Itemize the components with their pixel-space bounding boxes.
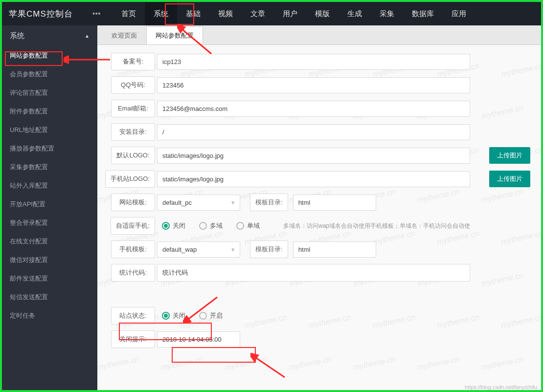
radio-icon — [162, 312, 170, 320]
radio-icon — [236, 222, 244, 230]
select-mobile-template[interactable]: default_wap — [157, 241, 240, 258]
input-stats-code[interactable]: 统计代码 — [157, 264, 470, 282]
sidebar-item-11[interactable]: 微信对接配置 — [2, 251, 97, 269]
sidebar-item-13[interactable]: 短信发送配置 — [2, 288, 97, 306]
radio-icon — [199, 222, 207, 230]
footer-source: https://blog.csdn.net/fanyizhifu — [465, 384, 537, 390]
nav-item-4[interactable]: 文章 — [242, 2, 274, 25]
input-install-dir[interactable]: / — [157, 124, 470, 140]
nav-item-8[interactable]: 采集 — [371, 2, 403, 25]
sidebar-item-3[interactable]: 附件参数配置 — [2, 102, 97, 121]
sidebar-item-4[interactable]: URL地址配置 — [2, 121, 97, 139]
app-brand: 苹果CMS控制台 — [9, 8, 73, 20]
upload-logo-button[interactable]: 上传图片 — [489, 147, 530, 164]
radio-icon — [162, 222, 170, 230]
sidebar-item-10[interactable]: 在线支付配置 — [2, 232, 97, 251]
sidebar-item-7[interactable]: 站外入库配置 — [2, 176, 97, 195]
nav-item-0[interactable]: 首页 — [113, 2, 145, 25]
nav-item-9[interactable]: 数据库 — [403, 2, 443, 25]
label-beian: 备案号: — [111, 53, 155, 70]
nav-item-1[interactable]: 系统 — [145, 2, 177, 25]
radio-mobile-off[interactable]: 关闭 — [162, 221, 185, 230]
input-logo[interactable]: static/images/logo.jpg — [157, 148, 470, 164]
sidebar-item-2[interactable]: 评论留言配置 — [2, 84, 97, 102]
radio-mobile-single[interactable]: 单域 — [236, 221, 260, 230]
nav-item-5[interactable]: 用户 — [274, 2, 306, 25]
label-adaptive-mobile: 自适应手机: — [111, 217, 155, 235]
tab-1[interactable]: 网站参数配置 — [146, 26, 203, 44]
input-beian[interactable]: icp123 — [157, 54, 470, 70]
svg-text:mytheme.cn: mytheme.cn — [97, 354, 139, 372]
input-template-dir[interactable]: html — [293, 195, 376, 211]
upload-mobile-logo-button[interactable]: 上传图片 — [489, 171, 530, 187]
radio-label: 多域 — [210, 221, 223, 230]
radio-label: 关闭 — [173, 221, 185, 230]
chevron-up-icon: ▲ — [85, 33, 90, 39]
svg-text:mytheme.cn: mytheme.cn — [160, 354, 204, 372]
radio-label: 单域 — [247, 221, 260, 230]
radio-label: 关闭 — [173, 311, 185, 320]
label-mobile-template: 手机模板: — [111, 240, 155, 258]
input-qq[interactable]: 123456 — [157, 77, 470, 93]
label-template: 网站模板: — [111, 194, 155, 211]
sidebar-item-6[interactable]: 采集参数配置 — [2, 158, 97, 176]
sidebar-item-9[interactable]: 整合登录配置 — [2, 214, 97, 232]
nav-item-6[interactable]: 模版 — [306, 2, 339, 25]
label-close-msg: 关闭提示: — [111, 330, 155, 348]
sidebar-item-0[interactable]: 网站参数配置 — [2, 46, 97, 65]
input-email[interactable]: 123456@maccms.com — [157, 101, 470, 117]
svg-text:mytheme.cn: mytheme.cn — [288, 354, 332, 372]
radio-mobile-multi[interactable]: 多域 — [199, 221, 223, 230]
sidebar-title: 系统 — [10, 31, 24, 41]
sidebar-item-8[interactable]: 开放API配置 — [2, 195, 97, 214]
nav-item-10[interactable]: 应用 — [443, 2, 475, 25]
label-logo: 默认LOGO: — [111, 147, 155, 164]
sidebar-section-header[interactable]: 系统 ▲ — [2, 25, 97, 46]
nav-item-3[interactable]: 视频 — [209, 2, 242, 25]
label-email: Email邮箱: — [111, 100, 155, 117]
nav-item-2[interactable]: 基础 — [177, 2, 209, 25]
input-mobile-template-dir[interactable]: html — [293, 241, 376, 258]
label-mobile-logo: 手机站LOGO: — [105, 170, 155, 188]
hint-mobile: 多域名：访问wap域名会自动使用手机模板；单域名：手机访问会自动使 — [283, 222, 470, 230]
radio-icon — [199, 312, 207, 320]
label-stats-code: 统计代码: — [111, 264, 155, 282]
label-install-dir: 安装目录: — [111, 123, 155, 141]
input-mobile-logo[interactable]: static/images/logo.jpg — [157, 171, 470, 187]
sidebar-item-14[interactable]: 定时任务 — [2, 306, 97, 325]
label-site-status: 站点状态: — [111, 307, 155, 325]
more-icon[interactable]: ••• — [92, 9, 101, 18]
radio-label: 开启 — [210, 311, 223, 320]
nav-item-7[interactable]: 生成 — [339, 2, 371, 25]
svg-text:mytheme.cn: mytheme.cn — [224, 354, 268, 372]
select-template[interactable]: default_pc — [157, 195, 240, 211]
svg-text:mytheme.cn: mytheme.cn — [416, 354, 460, 372]
radio-status-on[interactable]: 开启 — [199, 311, 223, 320]
sidebar-item-5[interactable]: 播放器参数配置 — [2, 139, 97, 158]
radio-status-off[interactable]: 关闭 — [162, 311, 185, 320]
input-close-msg[interactable]: 2018-10-14 04:05:00 — [157, 331, 240, 348]
svg-text:mytheme.cn: mytheme.cn — [480, 354, 524, 372]
label-template-dir: 模板目录: — [250, 194, 288, 211]
svg-text:mytheme.cn: mytheme.cn — [352, 354, 396, 372]
sidebar-item-1[interactable]: 会员参数配置 — [2, 65, 97, 84]
label-mobile-template-dir: 模板目录: — [250, 240, 288, 258]
sidebar-item-12[interactable]: 邮件发送配置 — [2, 269, 97, 288]
tab-0[interactable]: 欢迎页面 — [102, 26, 146, 44]
label-qq: QQ号码: — [111, 76, 155, 94]
